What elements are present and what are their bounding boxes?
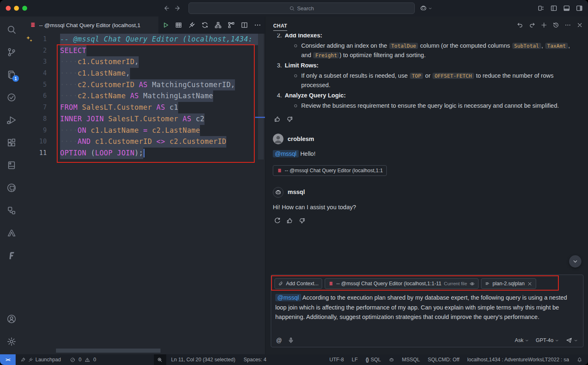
forward-button[interactable] [174,5,182,12]
undo-button[interactable] [517,22,523,28]
eol[interactable]: LF [352,357,358,363]
split-editor-button[interactable] [241,21,248,29]
language-mode[interactable]: {}SQL [365,357,381,363]
activity-item-settings[interactable] [2,332,21,351]
encoding[interactable]: UTF-8 [329,357,344,363]
redo-button[interactable] [529,22,535,28]
message-attachment-chip[interactable]: -- @mssql Chat Query Editor (localhost,1… [273,165,387,176]
activity-item-search[interactable] [2,20,21,39]
close-icon[interactable] [527,281,532,286]
activity-item-fabric[interactable] [2,246,21,266]
open-results-button[interactable] [175,21,182,29]
back-button[interactable] [163,5,170,12]
more-button[interactable] [565,22,571,28]
data-workspace-icon [7,206,16,215]
connection[interactable]: localhost,1434 : AdventureWorksLT2022 : … [467,357,569,363]
fabric-icon [7,251,16,261]
minimize-window-button[interactable] [14,6,19,11]
unhelpful-button[interactable] [286,116,293,123]
activity-item-github[interactable] [2,178,21,198]
list-file-icon [485,281,490,286]
remote-indicator[interactable]: >< [0,354,16,365]
chat-input-box[interactable]: Add Context...-- @mssql Chat Query Edito… [271,275,583,347]
sqlcmd[interactable]: SQLCMD: Off [428,357,460,363]
overview-ruler-cursor-marker [255,117,265,118]
estimated-plan-button[interactable] [214,21,222,29]
microphone-button[interactable] [288,337,294,344]
current-file-context-chip[interactable]: -- @mssql Chat Query Editor (localhost,1… [325,278,479,289]
error-icon [70,357,75,363]
line-number: 7 [23,102,58,113]
more-actions-button[interactable] [254,21,261,29]
cursor-position-label: Ln 11, Col 20 (342 selected) [171,357,235,363]
mssql-status[interactable]: MSSQL [402,357,420,363]
launchpad[interactable]: Launchpad [21,357,61,363]
helpful-button[interactable] [286,217,293,224]
close-window-button[interactable] [6,6,11,11]
editor-horizontal-scrollbar[interactable] [56,349,160,353]
send-button[interactable] [566,337,578,344]
bot-message-header: mssql [273,187,579,198]
line-number: 4 [23,68,58,79]
change-connection-button[interactable] [201,21,209,29]
activity-item-source-control[interactable] [2,42,21,62]
new-chat-button[interactable] [541,22,547,28]
actual-plan-button[interactable] [228,21,235,29]
list-item-number: 3. [273,61,282,70]
problems[interactable]: 00 [70,357,96,363]
activity-item-extensions[interactable] [2,133,21,152]
settings-icon [7,337,16,347]
activity-item-data-workspace[interactable] [2,201,21,220]
activity-item-files[interactable]: 1 [2,65,21,85]
history-button[interactable] [553,22,559,28]
regenerate-button[interactable] [274,217,281,224]
cursor-position[interactable]: Ln 11, Col 20 (342 selected) [171,357,235,363]
zoom-in-icon [157,357,163,363]
command-center-search[interactable]: Search [188,2,415,14]
maximize-window-button[interactable] [22,6,27,11]
editor-tab[interactable]: -- @mssql Chat Query Editor (localhost,1 [23,16,158,34]
disconnect-button[interactable] [188,21,195,29]
user-avatar [273,134,284,144]
chip-suffix: Current file [444,281,467,286]
user-message-header: croblesm [273,134,579,144]
toggle-panel-button[interactable] [563,5,570,12]
toggle-primary-sidebar-button[interactable] [550,5,558,12]
copilot-status[interactable] [389,357,394,363]
run-query-button[interactable] [162,21,169,29]
activity-item-run-debug[interactable] [2,110,21,130]
scroll-to-bottom-button[interactable] [569,255,581,268]
indentation-label: Spaces: 4 [244,357,267,363]
add-context-chip[interactable]: Add Context... [274,278,322,289]
database-icon [30,22,36,28]
code-line-1: 1-- @mssql Chat Query Editor (localhost,… [23,34,265,45]
copilot-menu[interactable] [420,5,432,12]
chat-input-text[interactable]: @mssql According to the execution plan s… [271,289,583,322]
editor-vertical-scrollbar[interactable] [258,34,264,159]
tab-bar: -- @mssql Chat Query Editor (localhost,1 [23,16,265,34]
activity-item-database-projects[interactable] [2,155,21,175]
eye-icon[interactable] [469,281,475,286]
paperclip-icon [278,281,284,286]
activity-item-testing[interactable] [2,88,21,107]
bullet-icon [294,74,297,77]
scroll-down-icon [572,258,579,265]
activity-item-account[interactable] [2,309,21,329]
unhelpful-button[interactable] [298,217,306,224]
code-editor[interactable]: 1-- @mssql Chat Query Editor (localhost,… [23,34,265,159]
indentation[interactable]: Spaces: 4 [244,357,267,363]
helpful-button[interactable] [274,116,281,123]
input-message-text: According to the execution plan shared b… [275,294,567,320]
line-number: 10 [23,136,58,148]
toggle-secondary-sidebar-button[interactable] [576,5,583,12]
customize-layout-button[interactable] [537,5,545,12]
close-chat-button[interactable] [576,22,583,28]
mode-picker[interactable]: Ask [515,337,529,343]
sqlplan-context-chip[interactable]: plan-2.sqlplan [481,278,536,289]
chat-message-list[interactable]: 2.Add Indexes:Consider adding an index o… [265,34,588,271]
notifications[interactable] [577,357,582,363]
chat-tab[interactable]: CHAT [273,23,287,31]
activity-item-azure[interactable] [2,223,21,243]
model-picker[interactable]: GPT-4o [536,337,559,343]
zoom-indicator[interactable] [154,354,166,365]
